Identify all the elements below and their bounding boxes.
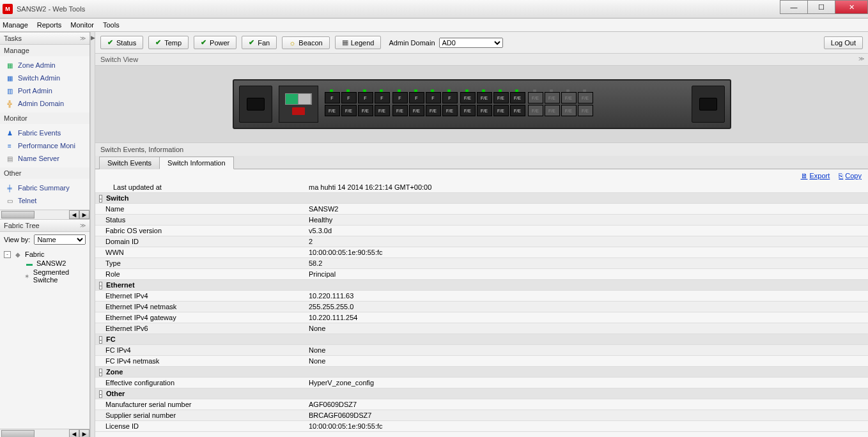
port[interactable]: F/E xyxy=(578,92,593,103)
nav-label: Performance Moni xyxy=(18,142,75,150)
sidebar-item-port-admin[interactable]: ▥Port Admin xyxy=(1,84,88,97)
info-row: WWN10:00:00:05:1e:90:55:fc xyxy=(95,247,868,258)
port[interactable]: F/E xyxy=(528,105,543,116)
info-row: -FC xyxy=(95,334,868,345)
port[interactable]: F xyxy=(409,92,424,103)
port[interactable]: F/E xyxy=(341,105,357,116)
logout-button[interactable]: Log Out xyxy=(824,36,863,49)
close-button[interactable]: ✕ xyxy=(835,0,868,14)
info-value: ma huhti 14 2014 16:21:14 GMT+00:00 xyxy=(306,183,868,192)
port[interactable]: F/E xyxy=(510,92,525,103)
port[interactable]: F/E xyxy=(477,92,492,103)
collapse-box-icon[interactable]: - xyxy=(99,336,102,344)
info-row: Domain ID2 xyxy=(95,236,868,247)
port[interactable]: F/E xyxy=(358,105,373,116)
port[interactable]: F/E xyxy=(477,105,492,116)
info-row: -Zone xyxy=(95,367,868,378)
temp-button[interactable]: ✔Temp xyxy=(148,36,189,49)
maximize-button[interactable]: ☐ xyxy=(807,0,835,14)
beacon-button[interactable]: ☼Beacon xyxy=(282,36,329,49)
tree-node[interactable]: ▬SANSW2 xyxy=(1,259,88,268)
export-link[interactable]: 🗎Export xyxy=(801,172,830,180)
port[interactable]: F xyxy=(392,92,408,103)
menu-tools[interactable]: Tools xyxy=(103,21,120,29)
tree-icon: ◆ xyxy=(13,250,22,258)
port[interactable]: F xyxy=(375,92,390,103)
tree-node[interactable]: ✶Segmented Switche xyxy=(1,268,88,284)
port[interactable]: F/E xyxy=(545,105,560,116)
tab-switch-information[interactable]: Switch Information xyxy=(159,157,233,169)
info-row: Ethernet IPv6None xyxy=(95,323,868,334)
port[interactable]: F/E xyxy=(409,105,424,116)
tree-label: SANSW2 xyxy=(36,259,66,267)
nav-label: Telnet xyxy=(18,197,36,204)
sidebar-item-telnet[interactable]: ▭Telnet xyxy=(1,194,88,207)
fabric-tree-title: Fabric Tree xyxy=(4,222,40,229)
port[interactable]: F/E xyxy=(510,105,525,116)
port[interactable]: F/E xyxy=(561,105,577,116)
admin-domain-select[interactable]: AD0 xyxy=(439,38,503,48)
power-button[interactable]: ✔Power xyxy=(194,36,236,49)
sidebar-item-performance-moni[interactable]: ≡Performance Moni xyxy=(1,139,88,152)
switch-chassis[interactable]: FFFFF/EF/EF/EF/EFFFFF/EF/EF/EF/EF/EF/EF/… xyxy=(233,79,731,129)
port[interactable]: F xyxy=(341,92,357,103)
tree-scroll[interactable]: ◄► xyxy=(0,429,89,437)
sidebar-item-fabric-events[interactable]: ♟Fabric Events xyxy=(1,126,88,139)
tree-node[interactable]: -◆Fabric xyxy=(1,250,88,259)
info-key: Role xyxy=(95,270,306,279)
collapse-box-icon[interactable]: - xyxy=(99,390,102,398)
sidebar-item-fabric-summary[interactable]: ╪Fabric Summary xyxy=(1,181,88,194)
port[interactable]: F/E xyxy=(460,92,476,103)
app-icon: M xyxy=(3,4,13,14)
menu-monitor[interactable]: Monitor xyxy=(70,21,94,29)
nav-icon: ▥ xyxy=(5,86,14,95)
port[interactable]: F xyxy=(325,92,340,103)
port[interactable]: F/E xyxy=(528,92,543,103)
port[interactable]: F/E xyxy=(442,105,458,116)
collapse-box-icon[interactable]: - xyxy=(99,369,102,376)
nav-icon: ≡ xyxy=(5,141,14,150)
info-table: Last updated atma huhti 14 2014 16:21:14… xyxy=(95,182,868,437)
info-value: 10:00:00:05:1e:90:55:fc xyxy=(306,248,868,257)
info-value: Principal xyxy=(306,270,868,279)
port[interactable]: F/E xyxy=(375,105,390,116)
tree-expand-icon[interactable]: - xyxy=(4,251,11,258)
brocade-logo-icon xyxy=(292,107,305,115)
minimize-button[interactable]: — xyxy=(780,0,808,14)
sidebar-item-name-server[interactable]: ▤Name Server xyxy=(1,152,88,165)
port[interactable]: F/E xyxy=(392,105,408,116)
sidebar-item-admin-domain[interactable]: ╬Admin Domain xyxy=(1,97,88,110)
sidebar-scroll[interactable]: ◄► xyxy=(0,210,89,219)
port[interactable]: F xyxy=(442,92,458,103)
port[interactable]: F/E xyxy=(460,105,476,116)
menu-reports[interactable]: Reports xyxy=(37,21,62,29)
port[interactable]: F/E xyxy=(578,105,593,116)
status-button[interactable]: ✔Status xyxy=(100,36,143,49)
port[interactable]: F/E xyxy=(325,105,340,116)
info-row: Ethernet IPv4 gateway10.220.111.254 xyxy=(95,312,868,323)
nav-label: Fabric Summary xyxy=(18,184,70,192)
fan-button[interactable]: ✔Fan xyxy=(242,36,277,49)
tab-switch-events[interactable]: Switch Events xyxy=(99,157,160,169)
legend-button[interactable]: ▦Legend xyxy=(335,36,382,49)
collapse-box-icon[interactable]: - xyxy=(99,195,102,203)
sidebar-item-zone-admin[interactable]: ▦Zone Admin xyxy=(1,59,88,72)
port[interactable]: F/E xyxy=(426,105,441,116)
splitter[interactable]: ▶ xyxy=(90,32,95,437)
sidebar-item-switch-admin[interactable]: ▦Switch Admin xyxy=(1,72,88,84)
collapse-box-icon[interactable]: - xyxy=(99,282,102,289)
checkmark-icon: ✔ xyxy=(249,38,254,47)
port[interactable]: F/E xyxy=(493,105,509,116)
viewby-select[interactable]: Name xyxy=(34,234,86,245)
port[interactable]: F/E xyxy=(561,92,577,103)
tasks-panel-head[interactable]: Tasks ≫ xyxy=(0,32,89,45)
nav-icon: ▤ xyxy=(5,154,14,163)
copy-link[interactable]: ⎘Copy xyxy=(839,172,862,180)
menu-manage[interactable]: Manage xyxy=(3,21,28,29)
port[interactable]: F/E xyxy=(493,92,509,103)
info-key: Ethernet IPv4 netmask xyxy=(95,302,306,311)
fabric-tree-head[interactable]: Fabric Tree ≫ xyxy=(0,219,89,232)
port[interactable]: F xyxy=(426,92,441,103)
port[interactable]: F/E xyxy=(545,92,560,103)
port[interactable]: F xyxy=(358,92,373,103)
